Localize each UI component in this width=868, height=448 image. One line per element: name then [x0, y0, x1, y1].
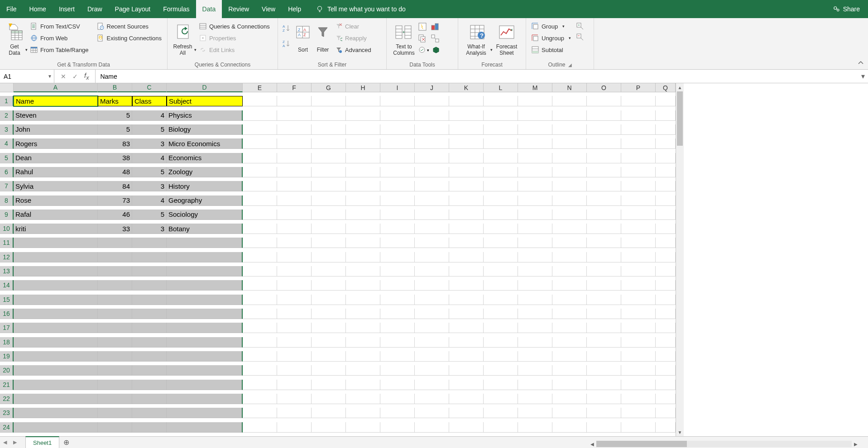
- cell[interactable]: [552, 280, 587, 291]
- cell[interactable]: [518, 266, 552, 276]
- cell[interactable]: [621, 422, 656, 433]
- cell[interactable]: 5: [132, 167, 167, 177]
- cell[interactable]: [449, 153, 484, 163]
- cell[interactable]: [312, 138, 346, 149]
- cell[interactable]: Sylvia: [14, 181, 98, 191]
- cell[interactable]: [484, 138, 518, 149]
- cell[interactable]: [243, 337, 277, 348]
- cell[interactable]: [14, 238, 98, 248]
- scroll-up-button[interactable]: ▲: [676, 83, 684, 91]
- column-header[interactable]: M: [518, 83, 552, 92]
- cell[interactable]: [621, 380, 656, 390]
- tab-review[interactable]: Review: [222, 0, 255, 18]
- cell[interactable]: [587, 138, 621, 149]
- chevron-down-icon[interactable]: ▼: [48, 74, 52, 79]
- cell[interactable]: [518, 351, 552, 362]
- cell[interactable]: [621, 309, 656, 319]
- cell[interactable]: [243, 210, 277, 220]
- cell[interactable]: Name: [14, 96, 98, 106]
- cell[interactable]: [277, 195, 312, 206]
- insert-function-button[interactable]: fx: [84, 71, 89, 81]
- cell[interactable]: [484, 408, 518, 418]
- cell[interactable]: [518, 309, 552, 319]
- cell[interactable]: 48: [98, 167, 132, 177]
- cell[interactable]: [621, 153, 656, 163]
- cell[interactable]: [277, 365, 312, 376]
- cell[interactable]: [415, 266, 449, 276]
- cell[interactable]: [518, 210, 552, 220]
- cell[interactable]: [415, 252, 449, 262]
- cell[interactable]: [587, 351, 621, 362]
- cell[interactable]: [587, 153, 621, 163]
- cell[interactable]: [621, 266, 656, 276]
- cell[interactable]: [518, 408, 552, 418]
- row-header[interactable]: 1: [0, 96, 14, 106]
- cell[interactable]: [552, 138, 587, 149]
- cell[interactable]: [621, 252, 656, 262]
- cell[interactable]: [243, 295, 277, 305]
- cell[interactable]: [132, 238, 167, 248]
- share-button[interactable]: Share: [832, 0, 868, 18]
- cell[interactable]: [415, 295, 449, 305]
- cell[interactable]: [312, 153, 346, 163]
- cell[interactable]: [415, 181, 449, 191]
- cell[interactable]: [14, 266, 98, 276]
- row-header[interactable]: 2: [0, 110, 14, 121]
- cell[interactable]: [243, 124, 277, 135]
- cell[interactable]: [132, 380, 167, 390]
- cell[interactable]: [312, 408, 346, 418]
- cell[interactable]: 46: [98, 210, 132, 220]
- column-header[interactable]: F: [277, 83, 312, 92]
- cell[interactable]: Botany: [167, 224, 243, 234]
- cell[interactable]: [243, 195, 277, 206]
- cell[interactable]: Economics: [167, 153, 243, 163]
- tab-insert[interactable]: Insert: [53, 0, 81, 18]
- cell[interactable]: [484, 153, 518, 163]
- row-header[interactable]: 17: [0, 323, 14, 333]
- cell[interactable]: [167, 394, 243, 404]
- cell[interactable]: [312, 167, 346, 177]
- cell[interactable]: [552, 96, 587, 106]
- cell[interactable]: [621, 110, 656, 121]
- cell[interactable]: [656, 323, 676, 333]
- cell[interactable]: Dean: [14, 153, 98, 163]
- cell[interactable]: [415, 238, 449, 248]
- column-header[interactable]: N: [552, 83, 587, 92]
- cell[interactable]: [132, 280, 167, 291]
- cell[interactable]: [346, 210, 380, 220]
- hide-detail-button[interactable]: [576, 33, 584, 41]
- tab-draw[interactable]: Draw: [81, 0, 109, 18]
- cell[interactable]: [587, 365, 621, 376]
- cell[interactable]: [552, 181, 587, 191]
- cell[interactable]: [449, 138, 484, 149]
- cell[interactable]: [621, 408, 656, 418]
- cell[interactable]: [518, 295, 552, 305]
- cell[interactable]: [277, 224, 312, 234]
- cell[interactable]: [449, 394, 484, 404]
- cell[interactable]: [484, 309, 518, 319]
- cell[interactable]: [449, 195, 484, 206]
- cell[interactable]: [14, 309, 98, 319]
- cell[interactable]: [98, 337, 132, 348]
- cell[interactable]: [415, 195, 449, 206]
- remove-duplicates-button[interactable]: [418, 34, 427, 43]
- cell[interactable]: [415, 280, 449, 291]
- cell[interactable]: [380, 309, 415, 319]
- cell[interactable]: [132, 252, 167, 262]
- cell[interactable]: [98, 351, 132, 362]
- cell[interactable]: [346, 96, 380, 106]
- flash-fill-button[interactable]: [418, 23, 427, 31]
- column-header[interactable]: P: [621, 83, 656, 92]
- queries-connections-button[interactable]: Queries & Connections: [197, 22, 272, 31]
- column-header[interactable]: L: [484, 83, 518, 92]
- scroll-left-button[interactable]: ◀: [588, 442, 596, 447]
- cell[interactable]: [518, 153, 552, 163]
- cell[interactable]: [484, 323, 518, 333]
- column-header[interactable]: G: [312, 83, 346, 92]
- sort-desc-button[interactable]: ZA: [282, 39, 293, 50]
- cell[interactable]: [415, 124, 449, 135]
- cell[interactable]: [277, 380, 312, 390]
- cell[interactable]: [243, 238, 277, 248]
- cell[interactable]: [346, 181, 380, 191]
- cell[interactable]: [587, 210, 621, 220]
